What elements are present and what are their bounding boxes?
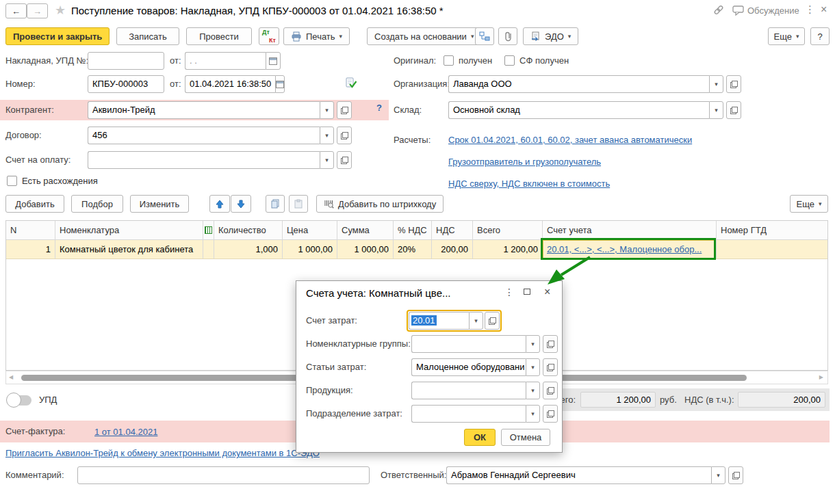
- comment-input[interactable]: [77, 466, 370, 484]
- contract-value[interactable]: 456: [88, 127, 320, 144]
- col-header-account[interactable]: Счет учета: [543, 221, 717, 239]
- cost-items-open-button[interactable]: [543, 358, 558, 376]
- chevron-down-icon[interactable]: ▾: [709, 75, 723, 93]
- contract-field[interactable]: 456 ▾: [88, 127, 334, 144]
- edo-button[interactable]: ЭДО ▾: [523, 27, 578, 45]
- production-open-button[interactable]: [543, 382, 558, 399]
- document-date-value[interactable]: 01.04.2021 16:38:50: [185, 75, 275, 93]
- chevron-down-icon[interactable]: ▾: [709, 101, 723, 119]
- cost-department-field[interactable]: ▾: [411, 405, 540, 423]
- dialog-ok-button[interactable]: ОК: [464, 429, 496, 446]
- attachments-button[interactable]: [498, 27, 517, 45]
- production-value[interactable]: [411, 382, 526, 399]
- dialog-maximize-icon[interactable]: [524, 289, 530, 295]
- nomenclature-groups-open-button[interactable]: [543, 335, 558, 353]
- chevron-down-icon[interactable]: ▾: [320, 127, 334, 144]
- cell-gtd[interactable]: [717, 240, 827, 258]
- cell-barcode[interactable]: [203, 240, 214, 258]
- col-header-barcode[interactable]: [203, 221, 214, 239]
- dialog-menu-kebab-icon[interactable]: ⋮: [504, 287, 514, 297]
- original-received-checkbox[interactable]: [444, 55, 454, 66]
- col-header-gtd[interactable]: Номер ГТД: [717, 221, 827, 239]
- move-up-button[interactable]: [209, 195, 230, 213]
- responsible-field[interactable]: Абрамов Геннадий Сергеевич ▾: [446, 466, 725, 484]
- discussion-label[interactable]: Обсуждение: [747, 5, 799, 16]
- window-close-icon[interactable]: ×: [821, 3, 827, 16]
- cell-vat-rate[interactable]: 20%: [394, 240, 432, 258]
- print-button[interactable]: Печать ▾: [283, 27, 350, 45]
- organization-open-button[interactable]: [726, 75, 741, 93]
- warehouse-open-button[interactable]: [726, 101, 741, 119]
- cell-n[interactable]: 1: [6, 240, 55, 258]
- nomenclature-groups-field[interactable]: ▾: [411, 335, 540, 353]
- link-icon[interactable]: [712, 4, 725, 18]
- col-header-total[interactable]: Всего: [473, 221, 543, 239]
- consignor-consignee-link[interactable]: Грузоотправитель и грузополучатель: [448, 157, 601, 167]
- pick-button[interactable]: Подбор: [71, 195, 123, 213]
- cell-vat[interactable]: 200,00: [432, 240, 473, 258]
- payment-invoice-value[interactable]: [88, 151, 320, 169]
- forward-button[interactable]: →: [27, 3, 48, 18]
- scroll-right-icon[interactable]: ▶: [819, 374, 823, 380]
- payment-invoice-field[interactable]: ▾: [88, 151, 334, 169]
- cell-price[interactable]: 1 000,00: [283, 240, 337, 258]
- chevron-down-icon[interactable]: ▾: [526, 358, 540, 376]
- cell-quantity[interactable]: 1,000: [214, 240, 283, 258]
- chevron-down-icon[interactable]: ▾: [711, 466, 725, 484]
- col-header-quantity[interactable]: Количество: [214, 221, 283, 239]
- calendar-button[interactable]: [266, 52, 281, 70]
- nomenclature-groups-value[interactable]: [411, 335, 526, 353]
- counterparty-field[interactable]: Аквилон-Трейд ▾: [88, 101, 334, 119]
- warehouse-value[interactable]: Основной склад: [448, 101, 709, 119]
- invoice-upd-date-value[interactable]: . .: [185, 52, 266, 70]
- cost-account-open-button[interactable]: [485, 312, 500, 330]
- organization-field[interactable]: Лаванда ООО ▾: [448, 75, 723, 93]
- warehouse-field[interactable]: Основной склад ▾: [448, 101, 723, 119]
- back-button[interactable]: ←: [5, 3, 27, 18]
- post-button[interactable]: Провести: [186, 27, 252, 45]
- payment-invoice-open-button[interactable]: [337, 151, 352, 169]
- upd-toggle[interactable]: [8, 395, 31, 406]
- col-header-nomenclature[interactable]: Номенклатура: [55, 221, 203, 239]
- responsible-value[interactable]: Абрамов Геннадий Сергеевич: [446, 466, 711, 484]
- chevron-down-icon[interactable]: ▾: [526, 382, 540, 399]
- chevron-down-icon[interactable]: ▾: [526, 405, 540, 423]
- number-input[interactable]: КПБУ-000003: [88, 75, 164, 93]
- upd-toggle-knob[interactable]: [6, 393, 21, 408]
- contract-open-button[interactable]: [337, 127, 352, 144]
- counterparty-open-button[interactable]: [337, 101, 352, 119]
- chevron-down-icon[interactable]: ▾: [320, 151, 334, 169]
- dtkt-button[interactable]: Дт Кт: [259, 27, 279, 45]
- scroll-left-icon[interactable]: ◀: [9, 374, 13, 380]
- paste-rows-button[interactable]: [289, 195, 308, 213]
- add-row-button[interactable]: Добавить: [5, 195, 64, 213]
- copy-rows-button[interactable]: [266, 195, 285, 213]
- invoice-upd-date-field[interactable]: . .: [185, 52, 281, 70]
- cost-department-value[interactable]: [411, 405, 526, 423]
- favorite-star-icon[interactable]: ★: [55, 3, 66, 18]
- cost-items-value[interactable]: Малоценное оборудовани: [411, 358, 526, 376]
- production-field[interactable]: ▾: [411, 382, 540, 399]
- col-header-price[interactable]: Цена: [283, 221, 337, 239]
- counterparty-value[interactable]: Аквилон-Трейд: [88, 101, 320, 119]
- vat-mode-link[interactable]: НДС сверху, НДС включен в стоимость: [448, 178, 610, 189]
- discrepancies-checkbox[interactable]: [7, 176, 17, 186]
- window-menu-kebab-icon[interactable]: ⋮: [805, 3, 815, 16]
- sf-received-checkbox[interactable]: [504, 55, 515, 66]
- more-button[interactable]: Еще ▾: [768, 27, 805, 45]
- cell-amount[interactable]: 1 000,00: [337, 240, 394, 258]
- move-down-button[interactable]: [231, 195, 251, 213]
- discussion-icon[interactable]: [732, 5, 744, 18]
- cell-total[interactable]: 1 200,00: [473, 240, 543, 258]
- related-documents-button[interactable]: [475, 27, 494, 45]
- invoice-upd-no-input[interactable]: [88, 52, 164, 70]
- col-header-vat-rate[interactable]: % НДС: [394, 221, 432, 239]
- col-header-vat[interactable]: НДС: [432, 221, 473, 239]
- chevron-down-icon[interactable]: ▾: [320, 101, 334, 119]
- edo-invite-link[interactable]: Пригласить Аквилон-Трейд к обмену электр…: [5, 448, 320, 458]
- cost-account-value[interactable]: 20.01: [411, 315, 437, 326]
- col-header-n[interactable]: N: [6, 221, 55, 239]
- calendar-button[interactable]: [275, 75, 285, 93]
- help-button[interactable]: ?: [810, 27, 830, 45]
- cost-department-open-button[interactable]: [543, 405, 558, 423]
